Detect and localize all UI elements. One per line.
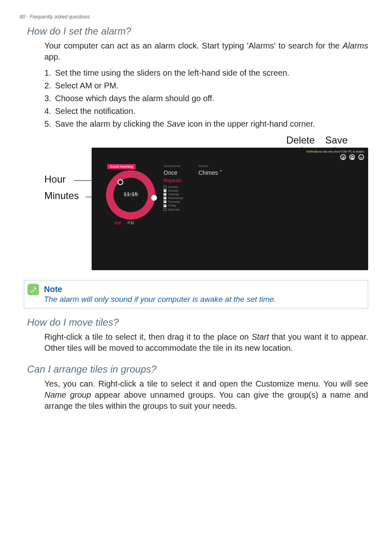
group-tiles-body: Yes, you can. Right-click a tile to sele… [44,378,368,412]
alarm-steps: 1. Set the time using the sliders on the… [44,67,368,130]
sound-label: Sound [198,164,244,168]
page-header: 80 - Frequently asked questions [20,14,372,20]
minute-slider-knob[interactable] [151,195,157,201]
list-number: 5. [44,118,55,130]
repeat-day-label: Tuesday [168,192,179,196]
note-block: Note The alarm will only sound if your c… [24,280,368,308]
repeat-checkbox-tuesday[interactable]: Tuesday [164,192,201,196]
list-text: Select AM or PM. [55,79,368,92]
list-item: 5. Save the alarm by clicking the Save i… [44,118,368,130]
text-italic: Save [166,119,185,128]
repeat-checkbox-friday[interactable]: Friday [164,204,201,207]
sound-dropdown[interactable]: Chimes ˅ [198,169,244,176]
save-icon[interactable]: 💾 [349,154,355,160]
text: Save the alarm by clicking the [55,119,166,128]
label-delete: Delete [286,134,315,146]
list-number: 1. [44,67,55,79]
sound-column: Sound Chimes ˅ [198,164,244,176]
move-tiles-body: Right-click a tile to select it, then dr… [44,331,368,354]
list-item: 3. Choose which days the alarm should go… [44,92,368,105]
repeat-checkbox-thursday[interactable]: Thursday [164,200,201,204]
label-save: Save [325,134,348,146]
repeat-list: Sunday Monday Tuesday Wednesday Thursday… [164,185,201,211]
list-item: 2. Select AM or PM. [44,79,368,92]
screenshot: Notifications will only show if the PC i… [92,148,368,270]
heading-group-tiles: Can I arrange tiles in groups? [27,364,372,375]
occurrence-value[interactable]: Once [164,169,201,176]
heading-alarm: How do I set the alarm? [27,25,372,37]
repeat-checkbox-saturday[interactable]: Saturday [164,208,201,211]
close-icon[interactable]: ✕ [358,154,364,160]
screenshot-icons: 🗑 💾 ✕ [340,154,364,160]
text: Right-click a tile to select it, then dr… [44,332,251,341]
repeat-day-label: Monday [168,189,178,192]
occurrence-label: Occurrence [164,164,201,168]
occurrence-column: Occurrence Once Repeats Sunday Monday Tu… [164,164,201,211]
text-italic: Start [251,332,269,341]
note-title: Note [44,285,362,294]
text: appear above unnamed groups. You can giv… [44,390,368,410]
label-minutes: Minutes [44,190,79,202]
repeat-day-label: Friday [168,204,176,207]
text-italic: Alarms [343,41,368,50]
delete-icon[interactable]: 🗑 [340,154,346,160]
hour-slider-knob[interactable] [118,179,123,185]
clock[interactable]: 11:15 [102,170,159,228]
repeat-checkbox-monday[interactable]: Monday [164,189,201,192]
text: icon in the upper right-hand corner. [185,119,315,128]
text: app. [44,52,60,61]
repeat-day-label: Sunday [168,185,178,189]
list-text: Choose which days the alarm should go of… [55,92,368,105]
alarm-title[interactable]: Good morning [107,164,136,169]
text: Yes, you can. Right-click a tile to sele… [44,379,368,388]
repeat-day-label: Thursday [168,200,180,204]
am-option[interactable]: AM [114,221,121,225]
repeat-day-label: Wednesday [168,196,183,200]
heading-move-tiles: How do I move tiles? [27,317,372,328]
list-number: 4. [44,105,55,118]
note-text: The alarm will only sound if your comput… [44,295,362,304]
repeat-day-label: Saturday [168,208,180,211]
repeat-checkbox-wednesday[interactable]: Wednesday [164,196,201,200]
am-pm-toggle[interactable]: AM PM [114,221,134,225]
alarm-intro: Your computer can act as an alarm clock.… [44,40,368,63]
page: 80 - Frequently asked questions How do I… [0,0,392,556]
text: Your computer can act as an alarm clock.… [44,41,343,50]
repeats-label[interactable]: Repeats [164,178,201,183]
text-italic: Name group [44,390,91,399]
screenshot-topbar-text: Notifications will only show if the PC i… [306,150,365,153]
list-item: 1. Set the time using the sliders on the… [44,67,368,79]
pm-option[interactable]: PM [127,221,134,225]
list-number: 3. [44,92,55,105]
list-number: 2. [44,79,55,92]
list-item: 4. Select the notification. [44,105,368,118]
note-icon [28,284,39,295]
repeat-checkbox-sunday[interactable]: Sunday [164,185,201,189]
list-text: Set the time using the sliders on the le… [55,67,368,79]
list-text: Save the alarm by clicking the Save icon… [55,118,368,130]
clock-time: 11:15 [102,191,159,197]
label-hour: Hour [44,174,66,185]
alarm-figure: Delete Save Hour Minutes Notifications w… [44,134,368,270]
list-text: Select the notification. [55,105,368,118]
